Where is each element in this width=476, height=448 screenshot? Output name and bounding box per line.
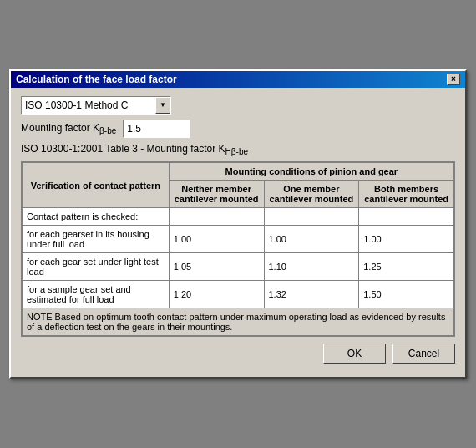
row1-one: 1.00 [264, 226, 359, 253]
mounting-factor-subscript: β-be [99, 126, 116, 135]
row2-both: 1.25 [359, 253, 454, 281]
ok-button[interactable]: OK [323, 344, 386, 364]
method-row: ISO 10300-1 Method C ▼ [21, 96, 455, 115]
both-header: Both members cantilever mounted [359, 181, 454, 208]
row3-neither: 1.20 [169, 281, 264, 308]
row3-desc: for a sample gear set and estimated for … [23, 281, 170, 308]
table-row: for each gear set under light test load … [23, 253, 454, 281]
row0-one [264, 208, 359, 226]
table-row: Contact pattern is checked: [23, 208, 454, 226]
row0-desc: Contact pattern is checked: [23, 208, 170, 226]
row2-desc: for each gear set under light test load [23, 253, 170, 281]
dialog-content: ISO 10300-1 Method C ▼ Mounting factor K… [11, 88, 465, 377]
mounting-factor-label: Mounting factor Kβ-be [21, 122, 116, 135]
cancel-button[interactable]: Cancel [392, 344, 455, 364]
one-header: One member cantilever mounted [264, 181, 359, 208]
row1-desc: for each gearset in its housing under fu… [23, 226, 170, 253]
dialog-title: Calculation of the face load factor [16, 74, 177, 85]
mounting-factor-row: Mounting factor Kβ-be [21, 120, 455, 138]
row1-neither: 1.00 [169, 226, 264, 253]
combo-dropdown-arrow[interactable]: ▼ [155, 97, 170, 114]
note-cell: NOTE Based on optimum tooth contact patt… [23, 308, 454, 336]
table-header-row: Verification of contact pattern Mounting… [23, 163, 454, 181]
row0-both [359, 208, 454, 226]
data-table: Verification of contact pattern Mounting… [21, 161, 455, 337]
row0-neither [169, 208, 264, 226]
row3-one: 1.32 [264, 281, 359, 308]
table-row: for each gearset in its housing under fu… [23, 226, 454, 253]
dialog-face-load-factor: Calculation of the face load factor × IS… [9, 69, 467, 379]
row2-one: 1.10 [264, 253, 359, 281]
row2-neither: 1.05 [169, 253, 264, 281]
title-bar: Calculation of the face load factor × [11, 71, 465, 88]
title-bar-buttons: × [447, 74, 460, 85]
row3-both: 1.50 [359, 281, 454, 308]
table-row: for a sample gear set and estimated for … [23, 281, 454, 308]
method-combobox[interactable]: ISO 10300-1 Method C ▼ [21, 96, 171, 115]
table-title-sub: Hβ-be [225, 147, 248, 156]
close-button[interactable]: × [447, 74, 460, 85]
mounting-factor-input[interactable] [123, 120, 190, 138]
mounting-factor-table: Verification of contact pattern Mounting… [22, 162, 454, 336]
mounting-conditions-header: Mounting conditions of pinion and gear [169, 163, 453, 181]
verification-header: Verification of contact pattern [23, 163, 170, 208]
table-title: ISO 10300-1:2001 Table 3 - Mounting fact… [21, 143, 455, 156]
row1-both: 1.00 [359, 226, 454, 253]
method-combo-value: ISO 10300-1 Method C [22, 98, 155, 113]
button-row: OK Cancel [21, 344, 455, 369]
neither-header: Neither member cantilever mounted [169, 181, 264, 208]
note-row: NOTE Based on optimum tooth contact patt… [23, 308, 454, 336]
